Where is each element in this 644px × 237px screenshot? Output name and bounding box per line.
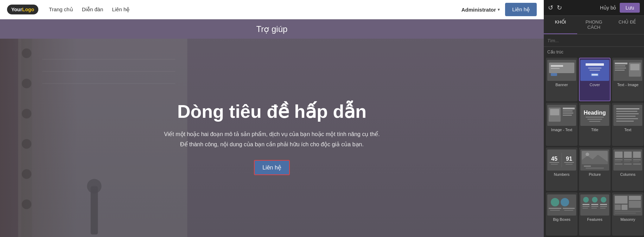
svg-rect-47 xyxy=(616,111,637,112)
svg-rect-81 xyxy=(549,208,561,209)
blocks-grid: Banner Cover xyxy=(544,56,644,237)
hero-desc-line2: Để thành công, nội dung của bạn cần phải… xyxy=(180,141,364,147)
svg-point-79 xyxy=(551,198,559,206)
tab-khoi[interactable]: KHỐI xyxy=(544,16,577,34)
block-preview-title: Heading xyxy=(580,105,609,126)
chevron-down-icon: ▾ xyxy=(498,7,500,12)
block-label-banner: Banner xyxy=(555,83,568,87)
hero-contact-button[interactable]: Liên hệ xyxy=(254,160,290,175)
block-item-big-boxes[interactable]: Big Boxes xyxy=(546,192,578,236)
block-item-picture[interactable]: Picture xyxy=(579,147,611,191)
admin-menu[interactable]: Administrator ▾ xyxy=(461,7,500,13)
svg-rect-105 xyxy=(615,213,636,213)
svg-rect-29 xyxy=(615,68,626,69)
svg-point-7 xyxy=(22,169,31,179)
block-preview-columns xyxy=(613,149,642,171)
block-label-text: Text xyxy=(624,128,631,132)
svg-rect-43 xyxy=(587,119,602,120)
svg-point-3 xyxy=(22,49,31,58)
nav-trang-chu[interactable]: Trang chủ xyxy=(49,6,73,13)
block-preview-cover xyxy=(580,60,609,81)
svg-rect-49 xyxy=(616,116,636,117)
svg-rect-72 xyxy=(615,161,621,162)
navbar-left: YourLogo Trang chủ Diễn đàn Liên hệ xyxy=(7,5,129,14)
svg-rect-64 xyxy=(586,168,604,168)
svg-rect-51 xyxy=(616,121,634,122)
hero-title: Dòng tiêu đề hấp dẫn xyxy=(164,101,380,122)
block-preview-masonry xyxy=(613,194,642,216)
svg-rect-92 xyxy=(582,206,589,207)
svg-rect-46 xyxy=(616,108,639,109)
logo[interactable]: YourLogo xyxy=(7,5,38,14)
redo-button[interactable]: ↻ xyxy=(557,4,562,12)
svg-point-4 xyxy=(22,79,31,88)
page-title: Trợ giúp xyxy=(256,24,288,34)
svg-text:91: 91 xyxy=(566,156,572,162)
svg-rect-75 xyxy=(615,164,623,165)
svg-rect-91 xyxy=(600,204,607,205)
block-preview-features xyxy=(580,194,609,216)
logo-logo: Logo xyxy=(22,7,34,12)
navbar-contact-button[interactable]: Liên hệ xyxy=(505,3,537,16)
svg-text:45: 45 xyxy=(551,156,557,162)
svg-rect-23 xyxy=(589,70,600,71)
nav-links: Trang chủ Diễn đàn Liên hệ xyxy=(49,6,129,13)
block-item-image-text[interactable]: Image - Text xyxy=(546,103,578,146)
svg-rect-58 xyxy=(566,164,573,165)
block-item-columns[interactable]: Columns xyxy=(612,147,644,191)
block-item-banner[interactable]: Banner xyxy=(546,58,578,101)
svg-rect-84 xyxy=(564,210,573,211)
block-item-features[interactable]: Features xyxy=(579,192,611,236)
svg-rect-70 xyxy=(624,159,632,160)
block-item-cover[interactable]: Cover xyxy=(579,58,611,101)
svg-rect-32 xyxy=(630,64,639,70)
svg-rect-37 xyxy=(563,110,573,111)
svg-rect-66 xyxy=(615,152,623,158)
block-item-numbers[interactable]: 45 91 Numbers xyxy=(546,147,578,191)
svg-rect-82 xyxy=(563,208,575,209)
svg-rect-50 xyxy=(616,118,638,119)
block-label-masonry: Masonry xyxy=(620,217,635,222)
block-item-title[interactable]: Heading Title xyxy=(579,103,611,146)
hero-desc-line1: Viết một hoặc hai đoạn mô tả sản phẩm, d… xyxy=(164,131,380,137)
svg-rect-63 xyxy=(584,166,591,167)
svg-rect-76 xyxy=(624,164,632,165)
svg-rect-30 xyxy=(615,70,625,71)
undo-button[interactable]: ↺ xyxy=(548,4,553,12)
save-button[interactable]: Lưu xyxy=(620,3,640,13)
search-input[interactable] xyxy=(547,38,640,43)
hero-content: Dòng tiêu đề hấp dẫn Viết một hoặc hai đ… xyxy=(164,101,380,175)
svg-rect-39 xyxy=(563,115,572,116)
svg-rect-77 xyxy=(633,164,641,165)
svg-rect-45 xyxy=(613,105,642,126)
nav-dien-dan[interactable]: Diễn đàn xyxy=(82,6,103,13)
block-item-text-image[interactable]: Text - Image xyxy=(612,58,644,101)
block-preview-banner xyxy=(547,60,576,81)
svg-point-8 xyxy=(22,199,31,209)
cancel-button[interactable]: Hủy bỏ xyxy=(600,5,617,11)
svg-rect-103 xyxy=(621,205,627,210)
svg-rect-36 xyxy=(563,108,575,109)
svg-rect-97 xyxy=(600,208,606,209)
block-preview-image-text xyxy=(547,105,576,126)
svg-rect-22 xyxy=(588,68,601,69)
block-preview-text-image xyxy=(613,60,642,81)
tab-chu-de[interactable]: CHỦ ĐỀ xyxy=(611,16,644,34)
svg-rect-102 xyxy=(615,205,621,210)
svg-rect-55 xyxy=(549,162,559,163)
svg-rect-95 xyxy=(582,208,588,209)
tab-phong-cach[interactable]: PHONG CÁCH xyxy=(577,16,611,34)
svg-rect-35 xyxy=(550,109,559,115)
hero-section: Dòng tiêu đề hấp dẫn Viết một hoặc hai đ… xyxy=(0,39,544,237)
svg-rect-57 xyxy=(551,164,558,165)
svg-rect-101 xyxy=(629,201,641,208)
svg-rect-42 xyxy=(586,117,604,117)
svg-rect-68 xyxy=(633,152,641,158)
svg-rect-74 xyxy=(633,161,639,162)
nav-lien-he[interactable]: Liên hệ xyxy=(112,6,129,13)
block-label-picture: Picture xyxy=(589,172,601,177)
svg-point-88 xyxy=(601,197,606,203)
block-item-masonry[interactable]: Masonry xyxy=(612,192,644,236)
block-item-text[interactable]: Text xyxy=(612,103,644,146)
svg-rect-21 xyxy=(586,63,604,66)
